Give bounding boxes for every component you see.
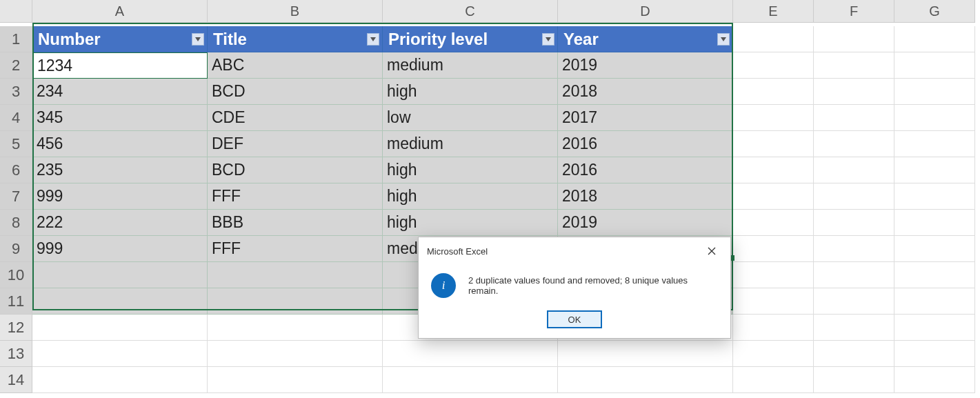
table-cell[interactable]: 456	[32, 131, 208, 157]
empty-cell[interactable]	[814, 341, 894, 367]
empty-cell[interactable]	[894, 157, 975, 183]
row-header-5[interactable]: 5	[0, 131, 32, 157]
empty-cell[interactable]	[894, 262, 975, 288]
empty-cell[interactable]	[383, 367, 558, 393]
close-button[interactable]	[701, 243, 722, 259]
empty-cell[interactable]	[733, 367, 814, 393]
empty-cell[interactable]	[32, 367, 208, 393]
table-cell[interactable]: 2016	[558, 157, 733, 183]
empty-cell[interactable]	[894, 131, 975, 157]
column-header-G[interactable]: G	[894, 0, 975, 23]
table-cell[interactable]: CDE	[208, 105, 383, 131]
table-column-header[interactable]: Priority level	[383, 26, 558, 52]
table-cell[interactable]: 234	[32, 79, 208, 105]
empty-cell[interactable]	[733, 79, 814, 105]
table-cell[interactable]: 2019	[558, 210, 733, 236]
table-cell[interactable]: FFF	[208, 236, 383, 262]
empty-cell[interactable]	[733, 262, 814, 288]
table-cell[interactable]: 999	[32, 236, 208, 262]
empty-cell[interactable]	[814, 262, 894, 288]
row-header-3[interactable]: 3	[0, 79, 32, 105]
filter-dropdown-button[interactable]	[717, 33, 730, 46]
empty-cell[interactable]	[208, 367, 383, 393]
empty-cell[interactable]	[814, 210, 894, 236]
empty-selected-cell[interactable]	[208, 288, 383, 315]
table-cell[interactable]: high	[383, 157, 558, 183]
empty-cell[interactable]	[814, 288, 894, 315]
empty-cell[interactable]	[733, 26, 814, 52]
empty-cell[interactable]	[208, 315, 383, 341]
column-header-D[interactable]: D	[558, 0, 733, 23]
empty-cell[interactable]	[894, 315, 975, 341]
empty-cell[interactable]	[733, 210, 814, 236]
table-cell[interactable]: 2018	[558, 79, 733, 105]
empty-cell[interactable]	[814, 105, 894, 131]
empty-selected-cell[interactable]	[208, 262, 383, 288]
table-cell[interactable]: high	[383, 79, 558, 105]
row-header-7[interactable]: 7	[0, 183, 32, 210]
table-cell[interactable]: 2017	[558, 105, 733, 131]
empty-cell[interactable]	[894, 183, 975, 210]
table-cell[interactable]: medium	[383, 52, 558, 79]
empty-cell[interactable]	[894, 341, 975, 367]
filter-dropdown-button[interactable]	[367, 33, 379, 46]
select-all-corner[interactable]	[0, 0, 32, 23]
empty-cell[interactable]	[894, 79, 975, 105]
row-header-11[interactable]: 11	[0, 288, 32, 315]
empty-cell[interactable]	[814, 315, 894, 341]
empty-cell[interactable]	[894, 367, 975, 393]
table-cell[interactable]: ABC	[208, 52, 383, 79]
empty-selected-cell[interactable]	[32, 288, 208, 315]
table-column-header[interactable]: Title	[208, 26, 383, 52]
empty-cell[interactable]	[558, 367, 733, 393]
empty-cell[interactable]	[32, 315, 208, 341]
row-header-2[interactable]: 2	[0, 52, 32, 79]
table-column-header[interactable]: Year	[558, 26, 733, 52]
table-cell[interactable]: 999	[32, 183, 208, 210]
empty-cell[interactable]	[814, 367, 894, 393]
empty-cell[interactable]	[383, 341, 558, 367]
filter-dropdown-button[interactable]	[542, 33, 554, 46]
ok-button[interactable]: OK	[547, 310, 602, 328]
empty-cell[interactable]	[733, 341, 814, 367]
empty-cell[interactable]	[558, 341, 733, 367]
empty-cell[interactable]	[733, 105, 814, 131]
table-cell[interactable]: high	[383, 210, 558, 236]
table-cell[interactable]: low	[383, 105, 558, 131]
row-header-14[interactable]: 14	[0, 367, 32, 393]
empty-cell[interactable]	[814, 157, 894, 183]
table-cell[interactable]: 2019	[558, 52, 733, 79]
empty-cell[interactable]	[733, 131, 814, 157]
empty-cell[interactable]	[733, 52, 814, 79]
empty-cell[interactable]	[733, 157, 814, 183]
column-header-E[interactable]: E	[733, 0, 814, 23]
table-cell[interactable]: 345	[32, 105, 208, 131]
empty-cell[interactable]	[814, 26, 894, 52]
column-header-A[interactable]: A	[32, 0, 208, 23]
empty-cell[interactable]	[894, 105, 975, 131]
empty-cell[interactable]	[32, 341, 208, 367]
empty-cell[interactable]	[814, 131, 894, 157]
empty-cell[interactable]	[814, 79, 894, 105]
empty-cell[interactable]	[208, 341, 383, 367]
empty-cell[interactable]	[894, 52, 975, 79]
table-cell[interactable]: 222	[32, 210, 208, 236]
row-header-6[interactable]: 6	[0, 157, 32, 183]
table-cell[interactable]: FFF	[208, 183, 383, 210]
empty-cell[interactable]	[733, 315, 814, 341]
empty-cell[interactable]	[894, 26, 975, 52]
row-header-9[interactable]: 9	[0, 236, 32, 262]
empty-cell[interactable]	[733, 183, 814, 210]
table-cell[interactable]: BCD	[208, 157, 383, 183]
empty-cell[interactable]	[733, 288, 814, 315]
column-header-C[interactable]: C	[383, 0, 558, 23]
empty-cell[interactable]	[814, 183, 894, 210]
row-header-13[interactable]: 13	[0, 341, 32, 367]
table-cell[interactable]: 235	[32, 157, 208, 183]
empty-cell[interactable]	[894, 288, 975, 315]
table-column-header[interactable]: Number	[32, 26, 208, 52]
empty-cell[interactable]	[814, 236, 894, 262]
empty-selected-cell[interactable]	[32, 262, 208, 288]
table-cell[interactable]: 2018	[558, 183, 733, 210]
row-header-4[interactable]: 4	[0, 105, 32, 131]
